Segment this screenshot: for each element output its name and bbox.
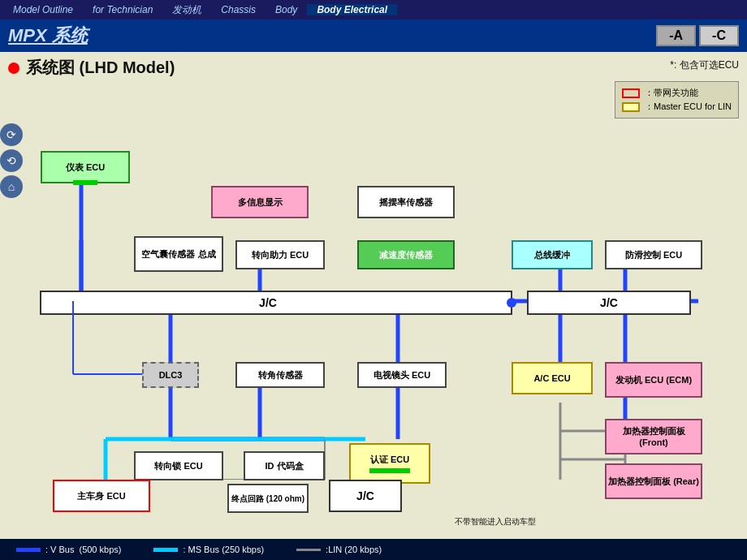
zhongdian-box: 终点回路 (120 ohm) (227, 484, 309, 513)
yibiao-ecu-box: 仪表 ECU (41, 151, 130, 183)
lin-item: :LIN (20 kbps) (296, 545, 382, 554)
v-bus-item: : V Bus (500 kbps) (16, 545, 121, 554)
v-bus-label: : V Bus (45, 545, 74, 554)
nav-body[interactable]: Body (266, 4, 307, 15)
svg-rect-10 (41, 291, 512, 314)
top-nav: Model Outline for Technician 发动机 Chassis… (0, 0, 747, 19)
fanghua-box: 防滑控制 ECU (605, 240, 702, 269)
id-daima-box: ID 代码盒 (244, 451, 325, 480)
zhuansuo-label: 转向锁 ECU (154, 460, 202, 472)
ms-bus-line (153, 548, 178, 552)
yaobai-box: 摇摆率传感器 (357, 186, 455, 218)
status-bar: : V Bus (500 kbps) : MS Bus (250 kbps) :… (0, 539, 747, 560)
nav-engine[interactable]: 发动机 (162, 3, 211, 17)
renzheng-box: 认证 ECU (349, 443, 430, 484)
ms-bus-item: : MS Bus (250 kbps) (153, 545, 264, 554)
lin-line (296, 549, 321, 551)
v-bus-speed: (500 kbps) (79, 545, 121, 554)
ms-bus-label: : MS Bus (250 kbps) (183, 545, 264, 554)
main-content: ⟳ ⟲ ⌂ 系统图 (LHD Model) *: 包含可选ECU ：带网关功能 … (0, 52, 747, 539)
zhuanxiang-box: 转向助力 ECU (235, 240, 325, 269)
sidebar-icon-1[interactable]: ⟳ (0, 123, 23, 146)
diagram: J/C J/C (8, 82, 723, 480)
kongjinang-box: 空气囊传感器 总成 (134, 236, 223, 272)
ac-ecu-box: A/C ECU (512, 362, 593, 394)
svg-text:J/C: J/C (259, 296, 277, 309)
yaobai-label: 摇摆率传感器 (379, 196, 433, 209)
jiare-rear-box: 加热器控制面板 (Rear) (605, 463, 702, 499)
nav-body-electrical[interactable]: Body Electrical (307, 4, 397, 15)
zhuanxiang-label: 转向助力 ECU (252, 249, 309, 261)
dlc3-label: DLC3 (159, 370, 183, 380)
section-title: 系统图 (LHD Model) (8, 57, 739, 79)
svg-rect-12 (528, 291, 690, 314)
svg-point-14 (507, 298, 516, 308)
kongjinang-label: 空气囊传感器 总成 (141, 248, 215, 260)
zhuanjiao-box: 转角传感器 (235, 362, 325, 388)
zhongdian-label: 终点回路 (120 ohm) (231, 493, 304, 504)
fadongji-label: 发动机 ECU (ECM) (615, 374, 692, 386)
nav-model-outline[interactable]: Model Outline (3, 4, 83, 15)
title-bar: MPX 系统 -A -C (0, 19, 747, 52)
yibiao-ecu-label: 仪表 ECU (66, 162, 105, 174)
ac-ecu-label: A/C ECU (533, 373, 570, 383)
duoxinxi-box: 多信息显示 (211, 186, 309, 218)
jiansu-box: 减速度传感器 (357, 240, 455, 269)
zhuanjiao-label: 转角传感器 (258, 369, 303, 381)
title-buttons: -A -C (656, 25, 739, 46)
asterisk-note: *: 包含可选ECU (670, 58, 739, 72)
zhuansuo-box: 转向锁 ECU (134, 451, 223, 480)
jc3-box: J/C (329, 480, 402, 512)
id-daima-label: ID 代码盒 (265, 460, 303, 472)
fadongji-ecu-box: 发动机 ECU (ECM) (605, 362, 702, 398)
dianshi-box: 电视镜头 ECU (357, 362, 447, 388)
lin-label: :LIN (20 kbps) (326, 545, 382, 554)
jiansu-label: 减速度传感器 (379, 249, 433, 261)
section-title-text: 系统图 (LHD Model) (26, 57, 175, 79)
nav-technician[interactable]: for Technician (83, 4, 162, 15)
svg-text:J/C: J/C (600, 296, 618, 309)
jiare-rear-label: 加热器控制面板 (Rear) (608, 476, 699, 487)
zhucheshen-box: 主车身 ECU (53, 480, 150, 512)
page-title: MPX 系统 (8, 24, 88, 48)
jiare-front-label: 加热器控制面板 (Front) (608, 425, 699, 449)
duoxinxi-label: 多信息显示 (238, 196, 283, 209)
zongxian-box: 总线缓冲 (512, 240, 593, 269)
sidebar-icon-3[interactable]: ⌂ (0, 175, 23, 198)
v-bus-line (16, 548, 41, 552)
fanghua-label: 防滑控制 ECU (625, 249, 682, 261)
dlc3-box: DLC3 (142, 362, 199, 388)
dianshi-label: 电视镜头 ECU (374, 369, 430, 381)
red-circle-icon (8, 62, 19, 74)
sidebar: ⟳ ⟲ ⌂ (0, 123, 24, 198)
jc3-label: J/C (356, 489, 374, 502)
btn-a[interactable]: -A (656, 25, 696, 46)
nav-chassis[interactable]: Chassis (211, 4, 266, 15)
renzheng-label: 认证 ECU (370, 454, 409, 464)
zhucheshen-label: 主车身 ECU (77, 490, 125, 502)
no-smart-label: 不带智能进入启动车型 (455, 516, 536, 528)
jiare-front-box: 加热器控制面板 (Front) (605, 419, 702, 454)
zongxian-label: 总线缓冲 (534, 249, 570, 261)
btn-c[interactable]: -C (699, 25, 739, 46)
sidebar-icon-2[interactable]: ⟲ (0, 149, 23, 172)
